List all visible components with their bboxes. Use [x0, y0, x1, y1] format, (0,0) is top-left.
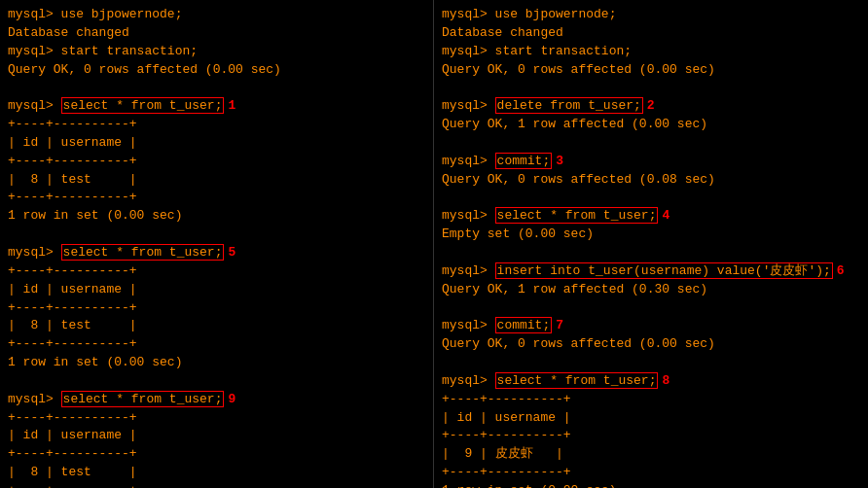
command-line: mysql> select * from t_user;9 [8, 391, 425, 409]
terminal-output: Query OK, 1 row affected (0.30 sec) [442, 281, 860, 299]
table-row: +----+----------+ [8, 445, 425, 464]
mysql-prompt: mysql> [442, 318, 495, 332]
command-line: mysql> insert into t_user(username) valu… [442, 262, 860, 281]
step-number: 3 [556, 154, 563, 168]
step-number: 7 [556, 318, 563, 332]
terminal-output: Query OK, 1 row affected (0.00 sec) [442, 116, 860, 134]
table-row: | 8 | test | [8, 464, 425, 482]
mysql-prompt: mysql> [8, 98, 61, 113]
step-number: 4 [662, 208, 669, 223]
sql-command: select * from t_user; [495, 372, 659, 389]
terminal-output: mysql> use bjpowernode; [8, 6, 425, 24]
right-pane: mysql> use bjpowernode;Database changedm… [434, 0, 868, 488]
command-line: mysql> commit;7 [442, 317, 860, 335]
step-number: 5 [228, 245, 235, 260]
table-row: +----+----------+ [8, 482, 425, 488]
sql-command: commit; [495, 317, 553, 333]
table-row: +----+----------+ [8, 189, 425, 207]
command-line: mysql> select * from t_user;5 [8, 244, 425, 262]
table-row: | id | username | [442, 409, 860, 428]
mysql-prompt: mysql> [442, 263, 495, 278]
table-row: | id | username | [8, 134, 425, 153]
table-row: | 8 | test | [8, 317, 425, 335]
command-line: mysql> delete from t_user;2 [442, 97, 860, 116]
table-row: +----+----------+ [442, 427, 860, 445]
step-number: 2 [647, 98, 655, 113]
sql-command: select * from t_user; [495, 207, 659, 224]
step-number: 9 [228, 392, 235, 406]
sql-command: delete from t_user; [495, 97, 643, 114]
table-row: +----+----------+ [8, 116, 425, 134]
step-number: 8 [662, 373, 669, 388]
sql-command: select * from t_user; [61, 244, 225, 261]
table-row: +----+----------+ [442, 464, 860, 482]
table-row: +----+----------+ [8, 153, 425, 171]
table-row: | 8 | test | [8, 171, 425, 190]
terminal-output: 1 row in set (0.00 sec) [442, 482, 860, 488]
terminal-output: mysql> start transaction; [442, 43, 860, 61]
left-terminal: mysql> use bjpowernode;Database changedm… [8, 6, 425, 488]
table-row: +----+----------+ [8, 335, 425, 354]
command-line: mysql> select * from t_user;4 [442, 207, 860, 226]
table-row: +----+----------+ [8, 262, 425, 281]
terminal-output: Query OK, 0 rows affected (0.08 sec) [442, 171, 860, 190]
mysql-prompt: mysql> [442, 373, 495, 388]
sql-command: commit; [495, 153, 553, 169]
mysql-prompt: mysql> [442, 98, 495, 113]
step-number: 1 [228, 98, 235, 113]
mysql-prompt: mysql> [442, 154, 495, 168]
command-line: mysql> select * from t_user;1 [8, 97, 425, 116]
step-number: 6 [837, 263, 845, 278]
mysql-prompt: mysql> [8, 245, 61, 260]
terminal-output: 1 row in set (0.00 sec) [8, 354, 425, 372]
terminal-output: Query OK, 0 rows affected (0.00 sec) [442, 335, 860, 354]
sql-command: insert into t_user(username) value('皮皮虾'… [495, 262, 833, 279]
left-pane: mysql> use bjpowernode;Database changedm… [0, 0, 434, 488]
sql-command: select * from t_user; [61, 391, 225, 407]
command-line: mysql> select * from t_user;8 [442, 372, 860, 391]
mysql-prompt: mysql> [8, 392, 61, 406]
sql-command: select * from t_user; [61, 97, 225, 114]
terminal-output: Query OK, 0 rows affected (0.00 sec) [442, 61, 860, 80]
table-row: +----+----------+ [442, 391, 860, 409]
table-row: | id | username | [8, 281, 425, 299]
command-line: mysql> commit;3 [442, 153, 860, 171]
terminal-output: Database changed [8, 24, 425, 43]
terminal-output: Query OK, 0 rows affected (0.00 sec) [8, 61, 425, 80]
terminal-output: Empty set (0.00 sec) [442, 226, 860, 244]
terminal-output: 1 row in set (0.00 sec) [8, 207, 425, 226]
table-row: | 9 | 皮皮虾 | [442, 445, 860, 464]
terminal-output: mysql> use bjpowernode; [442, 6, 860, 24]
right-terminal: mysql> use bjpowernode;Database changedm… [442, 6, 860, 488]
table-row: +----+----------+ [8, 299, 425, 318]
terminal-output: Database changed [442, 24, 860, 43]
table-row: +----+----------+ [8, 409, 425, 428]
mysql-prompt: mysql> [442, 208, 495, 223]
terminal-output: mysql> start transaction; [8, 43, 425, 61]
table-row: | id | username | [8, 427, 425, 445]
